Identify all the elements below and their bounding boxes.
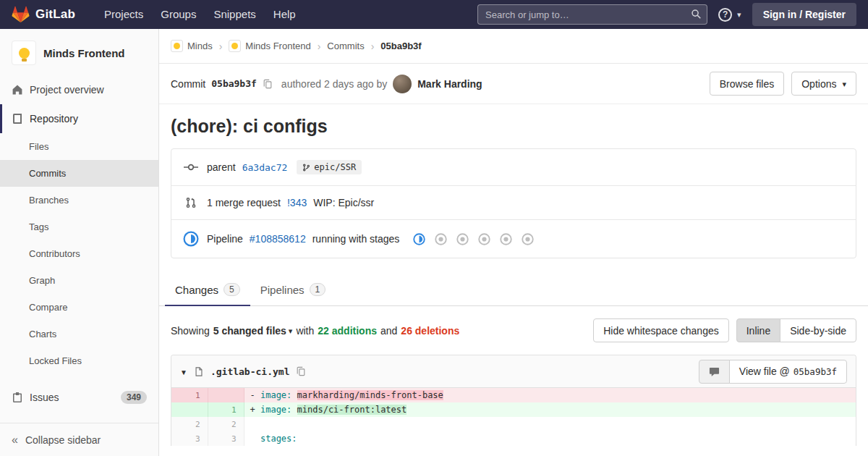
sidebar-item-commits[interactable]: Commits: [0, 160, 158, 187]
sidebar-item-charts[interactable]: Charts: [0, 321, 158, 347]
old-line-number[interactable]: 3: [171, 431, 208, 446]
pipeline-status-text: running with stages: [312, 233, 400, 245]
diff-line-content: [244, 417, 856, 431]
breadcrumb-separator-icon: [219, 41, 223, 52]
tab-label: Pipelines: [260, 284, 305, 296]
diff-line-content: - image: markharding/minds-front-base: [244, 388, 856, 402]
deletions-count: 26 deletions: [401, 325, 459, 337]
changed-files-label: 5 changed files: [213, 325, 286, 337]
tab-pipelines[interactable]: Pipelines 1: [250, 276, 336, 305]
commit-tabs: Changes 5 Pipelines 1: [159, 276, 868, 306]
double-chevron-left-icon: [12, 434, 18, 447]
pipeline-running-icon[interactable]: [182, 231, 200, 247]
breadcrumb-label: Minds Frontend: [245, 41, 310, 51]
breadcrumb-item-minds-frontend[interactable]: Minds Frontend: [229, 40, 310, 52]
pipeline-stage-created-icon[interactable]: [478, 233, 490, 245]
main-nav: Projects Groups Snippets Help: [95, 0, 305, 29]
sidebar-item-issues[interactable]: Issues 349: [0, 383, 158, 412]
copy-icon: [296, 366, 306, 376]
parent-label: parent: [207, 161, 236, 173]
tab-changes[interactable]: Changes 5: [165, 276, 250, 305]
breadcrumb-label: Minds: [187, 41, 213, 51]
removed-text: markharding/minds-front-base: [297, 390, 443, 400]
gitlab-logo[interactable]: GitLab: [12, 6, 75, 23]
branch-ref-badge[interactable]: epic/SSR: [297, 160, 362, 174]
sidebar-item-tags[interactable]: Tags: [0, 214, 158, 240]
commit-sha: 05ba9b3f: [211, 78, 257, 89]
old-line-number[interactable]: [171, 402, 208, 417]
nav-item-help[interactable]: Help: [265, 0, 305, 29]
breadcrumb-separator-icon: [371, 41, 375, 52]
sidebar-item-locked-files[interactable]: Locked Files: [0, 347, 158, 374]
diff-file-name[interactable]: .gitlab-ci.yml: [210, 366, 290, 377]
old-line-number[interactable]: 1: [171, 388, 208, 402]
project-name: Minds Frontend: [43, 47, 125, 59]
sidebar-item-files[interactable]: Files: [0, 133, 158, 160]
added-text: minds/ci-front:latest: [297, 405, 407, 415]
sidebar-item-branches[interactable]: Branches: [0, 187, 158, 214]
pipeline-stage-created-icon[interactable]: [522, 233, 534, 245]
changes-count-badge: 5: [224, 283, 240, 296]
pipeline-stage-created-icon[interactable]: [456, 233, 469, 245]
search-input[interactable]: [477, 4, 707, 25]
additions-count: 22 additions: [318, 325, 377, 337]
commit-label: Commit: [171, 78, 205, 90]
inline-view-button[interactable]: Inline: [736, 318, 780, 342]
nav-item-groups[interactable]: Groups: [152, 0, 205, 29]
gitlab-tanuki-icon: [12, 6, 30, 23]
author-name[interactable]: Mark Harding: [417, 78, 482, 90]
project-context[interactable]: Minds Frontend: [0, 29, 158, 75]
sidebar-item-graph[interactable]: Graph: [0, 267, 158, 294]
collapse-diff-icon[interactable]: [180, 366, 187, 377]
old-line-number[interactable]: 2: [171, 417, 208, 431]
sidebar-item-project-overview[interactable]: Project overview: [0, 75, 158, 104]
yaml-key: image:: [260, 390, 297, 400]
sidebar-item-contributors[interactable]: Contributors: [0, 240, 158, 267]
help-dropdown[interactable]: [718, 8, 741, 22]
pipeline-id-link[interactable]: #108858612: [250, 233, 306, 245]
browse-files-button[interactable]: Browse files: [710, 72, 784, 96]
options-dropdown-button[interactable]: Options: [791, 72, 856, 96]
collapse-sidebar-button[interactable]: Collapse sidebar: [0, 423, 158, 456]
pipeline-stage-running-icon[interactable]: [413, 233, 425, 245]
sidebar-item-label: Project overview: [30, 84, 104, 96]
changed-files-dropdown[interactable]: 5 changed files: [213, 325, 293, 337]
pipeline-stage-created-icon[interactable]: [500, 233, 512, 245]
sidebar-item-repository[interactable]: Repository: [0, 104, 158, 133]
chevron-down-icon: [286, 325, 293, 337]
tab-label: Changes: [175, 284, 218, 296]
view-file-button[interactable]: View file @ 05ba9b3f: [729, 360, 847, 384]
merge-request-link[interactable]: !343: [287, 197, 307, 208]
new-line-number[interactable]: 2: [208, 417, 244, 431]
breadcrumb-item-minds[interactable]: Minds: [171, 40, 213, 52]
options-label: Options: [801, 78, 836, 90]
breadcrumb-item-sha: 05ba9b3f: [380, 41, 421, 51]
commit-header: Commit 05ba9b3f authored 2 days ago by M…: [159, 64, 868, 104]
new-line-number[interactable]: [208, 388, 244, 402]
breadcrumb: Minds Minds Frontend Commits 05ba9b3f: [159, 29, 868, 64]
pipeline-stage-created-icon[interactable]: [435, 233, 447, 245]
parent-sha-link[interactable]: 6a3dac72: [242, 162, 288, 173]
breadcrumb-item-commits[interactable]: Commits: [327, 41, 364, 51]
author-avatar[interactable]: [393, 75, 412, 93]
copy-file-path-button[interactable]: [296, 366, 306, 376]
nav-item-snippets[interactable]: Snippets: [205, 0, 264, 29]
sign-in-register-button[interactable]: Sign in / Register: [752, 3, 856, 26]
side-by-side-view-button[interactable]: Side-by-side: [780, 318, 856, 342]
issues-count-badge: 349: [121, 391, 147, 404]
new-line-number[interactable]: 1: [208, 402, 244, 417]
hide-whitespace-button[interactable]: Hide whitespace changes: [593, 318, 729, 342]
collapse-sidebar-label: Collapse sidebar: [25, 434, 101, 446]
toggle-comments-button[interactable]: [699, 360, 730, 384]
new-line-number[interactable]: 3: [208, 431, 244, 446]
copy-commit-sha-button[interactable]: [263, 79, 273, 89]
merge-request-icon: [182, 197, 200, 208]
search-box: [477, 4, 707, 25]
diff-prefix: -: [250, 390, 260, 400]
branch-icon: [302, 164, 310, 172]
with-label: with: [296, 325, 314, 337]
nav-item-projects[interactable]: Projects: [95, 0, 152, 29]
project-avatar: [229, 40, 241, 52]
breadcrumb-separator-icon: [318, 41, 321, 52]
sidebar-item-compare[interactable]: Compare: [0, 294, 158, 321]
